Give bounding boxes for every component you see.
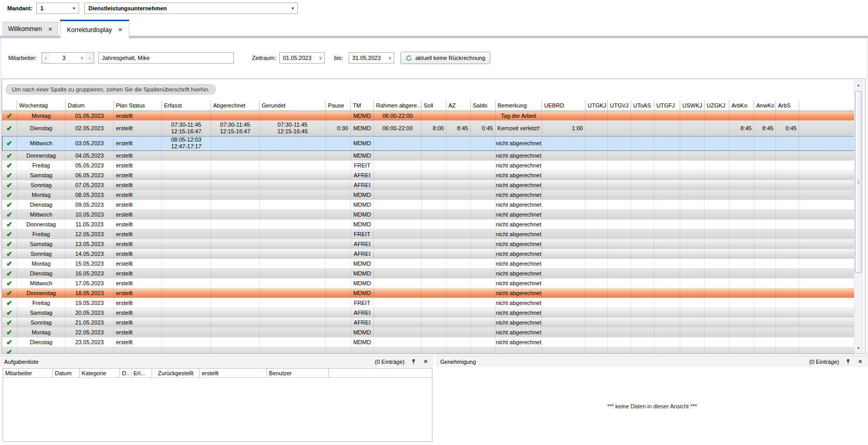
scrollbar-thumb[interactable] [855, 91, 862, 273]
cell-pause [325, 136, 350, 150]
next-employee-button[interactable]: › [86, 53, 94, 63]
column-header-uswkj[interactable]: USWKJ [680, 100, 704, 111]
scroll-down-icon[interactable]: ▼ [855, 344, 862, 352]
grid-row[interactable]: ✔ [2, 347, 855, 354]
column-header-uzgkj[interactable]: UZGKJ [704, 100, 729, 111]
task-column-header-Benutzer[interactable]: Benutzer [266, 369, 328, 377]
grid-row[interactable]: ✔Freitag05.05.2023erstelltFREITnicht abg… [2, 161, 855, 171]
grid-row[interactable]: ✔Samstag20.05.2023erstelltAFREInicht abg… [2, 308, 855, 318]
cell-utgvj [607, 298, 631, 308]
cell-day: Donnerstag [17, 151, 65, 160]
column-header-rahmen[interactable]: Rahmen abgere… [373, 100, 421, 111]
column-header-day[interactable]: Wochentag [17, 100, 65, 111]
tab-korrekturdisplay[interactable]: Korrekturdisplay ✕ [60, 20, 129, 38]
grid-row[interactable]: ✔Samstag13.05.2023erstelltAFREInicht abg… [2, 239, 855, 249]
grid-row[interactable]: ✔Donnerstag18.05.2023erstelltMDMDnicht a… [2, 288, 855, 298]
cell-gerundet [259, 308, 325, 317]
column-header-utgfj[interactable]: UTGFJ [654, 100, 680, 111]
column-header-saldo[interactable]: Saldo [470, 100, 495, 111]
column-header-soll[interactable]: Soll [421, 100, 446, 111]
column-header-date[interactable]: Datum [65, 100, 113, 111]
task-column-header-Mitarbeiter[interactable]: Mitarbeiter [3, 369, 52, 377]
check-icon: ✔ [7, 211, 12, 218]
column-header-bemerkung[interactable]: Bemerkung [495, 100, 542, 111]
column-header-_fill[interactable] [799, 100, 855, 111]
cell-utoas [631, 171, 654, 180]
grid-row[interactable]: ✔Sonntag21.05.2023erstelltAFREInicht abg… [2, 318, 855, 328]
cell-utgvj [607, 190, 631, 200]
cell-utgvj [607, 308, 631, 317]
cell-uzgkj [704, 298, 729, 308]
column-header-tm[interactable]: TM [350, 100, 373, 111]
grid-row[interactable]: ✔Montag01.05.2023erstelltMDMD06:00-22:00… [2, 111, 855, 121]
cell-check: ✔ [2, 347, 17, 354]
cell-status: erstellt [113, 308, 161, 317]
close-icon[interactable]: ✕ [48, 26, 52, 32]
date-from-select[interactable]: 01.05.2023 ∨ [279, 52, 325, 64]
column-header-status[interactable]: Plan Status [113, 100, 161, 111]
cell-utgkj [585, 151, 607, 160]
grid-row[interactable]: ✔Donnerstag04.05.2023erstelltMDMDnicht a… [2, 151, 855, 161]
column-header-arbs[interactable]: ArbS [775, 100, 799, 111]
vertical-scrollbar[interactable]: ▲ ▼ [854, 80, 863, 352]
task-column-header-Kategorie[interactable]: Kategorie [79, 369, 119, 377]
grid-row[interactable]: ✔Freitag19.05.2023erstelltFREITnicht abg… [2, 298, 855, 308]
grid-row[interactable]: ✔Montag08.05.2023erstelltMDMDnicht abger… [2, 190, 855, 200]
pin-icon[interactable] [410, 358, 417, 365]
column-header-pause[interactable]: Pause [325, 100, 350, 111]
column-header-utgvj[interactable]: UTGVJ [607, 100, 631, 111]
task-column-header-D..[interactable]: D.. [119, 369, 131, 377]
cell-day: Freitag [17, 298, 65, 308]
grid-row[interactable]: ✔Freitag12.05.2023erstelltFREITnicht abg… [2, 229, 855, 239]
group-by-area[interactable]: Um nach einer Spalte zu gruppieren, zieh… [2, 79, 865, 100]
grid-row[interactable]: ✔Sonntag14.05.2023erstelltAFREInicht abg… [2, 249, 855, 259]
column-header-arbko[interactable]: ArbKo [729, 100, 754, 111]
scroll-up-icon[interactable]: ▲ [855, 81, 862, 89]
mandant-number-select[interactable]: 1 ▼ [36, 3, 79, 14]
tab-willkommen[interactable]: Willkommen ✕ [3, 22, 58, 36]
grid-row[interactable]: ✔Montag15.05.2023erstelltMDMDnicht abger… [2, 259, 855, 269]
mitarbeiter-spinner[interactable]: ‹ 3 ∨ › [41, 52, 94, 64]
close-icon[interactable]: ✕ [118, 27, 122, 33]
grid-row[interactable]: ✔Dienstag09.05.2023erstelltMDMDnicht abg… [2, 200, 855, 210]
task-column-header-Datum[interactable]: Datum [52, 369, 79, 377]
grid-row[interactable]: ✔Mittwoch10.05.2023erstelltMDMDnicht abg… [2, 210, 855, 220]
grid-row[interactable]: ✔Dienstag23.05.2023erstelltMDMDnicht abg… [2, 337, 855, 347]
mitarbeiter-name-input[interactable] [98, 52, 234, 64]
column-header-erfasst[interactable]: Erfasst [161, 100, 211, 111]
column-header-anwko[interactable]: AnwKo [754, 100, 775, 111]
grid-row[interactable]: ✔Donnerstag11.05.2023erstelltMDMDnicht a… [2, 220, 855, 229]
check-icon: ✔ [7, 251, 12, 257]
grid-row[interactable]: ✔Samstag06.05.2023erstelltAFREInicht abg… [2, 171, 855, 180]
column-header-check[interactable] [2, 100, 17, 111]
column-header-utgkj[interactable]: UTGKJ [585, 100, 607, 111]
task-column-header-filler[interactable] [328, 369, 432, 377]
task-column-header-erstellt[interactable]: erstellt [199, 369, 266, 377]
close-icon[interactable]: ✕ [857, 358, 864, 365]
grid-row[interactable]: ✔Sonntag07.05.2023erstelltAFREInicht abg… [2, 180, 855, 190]
column-header-abgerechnet[interactable]: Abgerechnet [211, 100, 259, 111]
prev-employee-button[interactable]: ‹ [42, 53, 50, 63]
column-header-uebrd[interactable]: UEBRD [542, 100, 585, 111]
task-column-header-Zurückgestellt[interactable]: Zurückgestellt [152, 369, 199, 377]
column-header-utoas[interactable]: UToAS [631, 100, 654, 111]
grid-row[interactable]: ✔Dienstag02.05.2023erstellt07:30-11:4512… [2, 121, 855, 136]
grid-row[interactable]: ✔Mittwoch03.05.2023erstellt08:05-12:0312… [2, 136, 855, 151]
cell-anwko [754, 210, 775, 219]
grid-row[interactable]: ✔Dienstag16.05.2023erstelltMDMDnicht abg… [2, 269, 855, 279]
grid-row[interactable]: ✔Mittwoch17.05.2023erstelltMDMDnicht abg… [2, 279, 855, 288]
grid-row[interactable]: ✔Montag22.05.2023erstelltMDMDnicht abger… [2, 328, 855, 337]
date-to-select[interactable]: 31.05.2023 ∨ [349, 52, 394, 64]
column-header-az[interactable]: AZ [446, 100, 470, 111]
chevron-down-icon[interactable]: ∨ [78, 53, 86, 63]
cell-soll [421, 337, 446, 347]
task-column-header-Erl...[interactable]: Erl... [131, 369, 152, 377]
pin-icon[interactable] [844, 358, 851, 365]
column-header-gerundet[interactable]: Gerundet [259, 100, 325, 111]
rueckrechnung-button[interactable]: aktuell keine Rückrechnung [400, 52, 490, 64]
mandant-name-select[interactable]: Dienstleistungsunternehmen ▼ [84, 3, 298, 14]
cell-utgfj [654, 121, 680, 135]
cell-erfasst [161, 347, 211, 354]
close-icon[interactable]: ✕ [422, 358, 429, 365]
cell-az [446, 220, 470, 229]
